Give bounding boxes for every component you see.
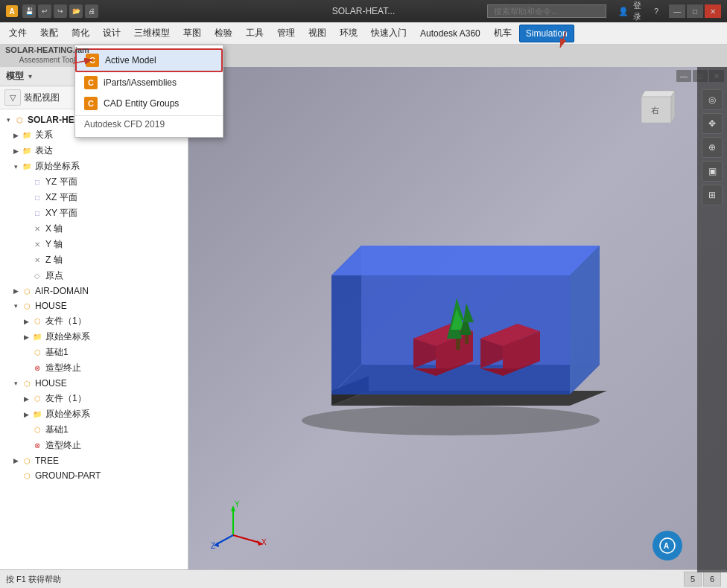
undo-icon[interactable]: ↩ — [38, 4, 51, 18]
tree-item-house1[interactable]: ▾ ⬡ HOUSE — [0, 298, 188, 313]
tree-item-yaxis[interactable]: ✕ Y 轴 — [0, 237, 188, 252]
cad-entity-item[interactable]: C CAD Entity Groups — [75, 93, 223, 114]
nav-cube[interactable]: 右 — [630, 82, 682, 134]
iparts-icon: C — [84, 76, 98, 89]
tree-item-zaxis[interactable]: ✕ Z 轴 — [0, 252, 188, 268]
tree-item-shapeend2[interactable]: ⊗ 造型终止 — [0, 438, 188, 453]
tree-label-shapeend1: 造型终止 — [45, 362, 81, 374]
tree-label-yz: YZ 平面 — [45, 176, 77, 188]
tree-toggle-root[interactable]: ▾ — [3, 116, 13, 124]
tree-label-zaxis: Z 轴 — [45, 254, 63, 266]
menu-tools[interactable]: 工具 — [240, 24, 270, 42]
menu-quickstart[interactable]: 快速入门 — [365, 24, 413, 42]
open-icon[interactable]: 📂 — [69, 4, 83, 18]
tree-label-air: AIR-DOMAIN — [35, 286, 89, 296]
menu-vehicle[interactable]: 机车 — [488, 24, 518, 42]
tree-toggle-tree[interactable]: ▶ — [10, 457, 21, 464]
tree-item-shapeend1[interactable]: ⊗ 造型终止 — [0, 360, 188, 376]
zoom-button[interactable]: ⊕ — [702, 137, 723, 158]
tree-toggle-house2[interactable]: ▾ — [10, 380, 21, 387]
panel-dropdown-arrow[interactable]: ▾ — [28, 72, 32, 80]
tree-item-house2[interactable]: ▾ ⬡ HOUSE — [0, 376, 188, 391]
cfd-label: Autodesk CFD 2019 — [75, 118, 223, 134]
a360-button[interactable]: A — [653, 531, 682, 560]
tree-toggle-origin3[interactable]: ▶ — [21, 411, 31, 418]
maximize-button[interactable]: □ — [687, 4, 703, 18]
status-help-text: 按 F1 获得帮助 — [6, 574, 61, 585]
tree-item-base1[interactable]: ⬡ 基础1 — [0, 345, 188, 360]
iparts-item[interactable]: C iParts/iAssemblies — [75, 72, 223, 93]
tree-item-base2[interactable]: ⬡ 基础1 — [0, 422, 188, 438]
dropdown-separator — [75, 115, 223, 116]
tree-item-xaxis[interactable]: ✕ X 轴 — [0, 221, 188, 237]
tree-item-express[interactable]: ▶ 📁 表达 — [0, 143, 188, 159]
tree-toggle-origin2[interactable]: ▶ — [21, 333, 31, 341]
active-model-item[interactable]: C Active Model — [75, 48, 223, 72]
tree-toggle-relations[interactable]: ▶ — [10, 132, 21, 139]
close-button[interactable]: ✕ — [705, 4, 721, 18]
tree-toggle-express[interactable]: ▶ — [10, 147, 21, 155]
orbit-button[interactable]: ◎ — [702, 89, 723, 110]
tree-toggle-air[interactable]: ▶ — [10, 287, 21, 295]
tree-item-xy[interactable]: □ XY 平面 — [0, 205, 188, 221]
svg-text:Z: Z — [211, 542, 215, 550]
redo-icon[interactable]: ↪ — [54, 4, 67, 18]
menu-simulation[interactable]: Simulation — [519, 25, 574, 42]
svg-point-7 — [302, 406, 600, 435]
3d-viewport[interactable]: — □ ✕ 右 ◎ ✥ ⊕ — [188, 67, 727, 572]
tree-item-origin3[interactable]: ▶ 📁 原始坐标系 — [0, 406, 188, 422]
tree-icon-zaxis: ✕ — [31, 255, 43, 266]
filter-button[interactable]: ▽ — [4, 89, 21, 106]
tree-icon-origin3: 📁 — [31, 409, 43, 421]
tree-label-origin: 原始坐标系 — [35, 160, 80, 173]
zoom-fit-button[interactable]: ▣ — [702, 161, 723, 182]
view-button[interactable]: ⊞ — [702, 185, 723, 205]
tree-toggle-parts1[interactable]: ▶ — [21, 318, 31, 325]
tree-toggle-origin[interactable]: ▾ — [10, 163, 21, 170]
tree-label-parts1: 友件（1） — [45, 315, 86, 327]
menu-env[interactable]: 环境 — [334, 24, 364, 42]
tree-icon-yaxis: ✕ — [31, 239, 43, 251]
help-icon[interactable]: ? — [650, 4, 663, 18]
menu-design[interactable]: 设计 — [97, 24, 127, 42]
menu-manage[interactable]: 管理 — [271, 24, 301, 42]
tree-item-xz[interactable]: □ XZ 平面 — [0, 190, 188, 205]
tree-item-air-domain[interactable]: ▶ ⬡ AIR-DOMAIN — [0, 284, 188, 298]
menu-file[interactable]: 文件 — [3, 24, 33, 42]
menu-a360[interactable]: Autodesk A360 — [414, 25, 486, 42]
tree-item-origin2[interactable]: ▶ 📁 原始坐标系 — [0, 329, 188, 345]
tree-item-parts1[interactable]: ▶ ⬡ 友件（1） — [0, 313, 188, 329]
tree-item-tree[interactable]: ▶ ⬡ TREE — [0, 453, 188, 468]
pan-button[interactable]: ✥ — [702, 113, 723, 134]
tree-label-shapeend2: 造型终止 — [45, 439, 81, 452]
menu-assembly[interactable]: 装配 — [34, 24, 64, 42]
menu-sketch[interactable]: 草图 — [177, 24, 207, 42]
tree-icon-originpt: ◇ — [31, 270, 43, 282]
main-area: 模型 ▾ ✕ ? ▽ 装配视图 ⚲ ▾ ⬡ SOLAR-HEATING.iam — [0, 67, 727, 588]
tree-item-parts2[interactable]: ▶ ⬡ 友件（1） — [0, 391, 188, 406]
tree-icon-house1: ⬡ — [21, 300, 33, 312]
scene-container — [211, 89, 690, 543]
tree-item-yz[interactable]: □ YZ 平面 — [0, 174, 188, 190]
tree-item-originpt[interactable]: ◇ 原点 — [0, 268, 188, 284]
tree-item-ground[interactable]: ⬡ GROUND-PART — [0, 468, 188, 483]
tree-item-origin[interactable]: ▾ 📁 原始坐标系 — [0, 159, 188, 174]
svg-marker-10 — [331, 365, 600, 394]
tree-icon-yz: □ — [31, 176, 43, 188]
svg-text:X: X — [261, 538, 267, 546]
panel-title: 模型 — [6, 70, 24, 83]
viewport-minimize-button[interactable]: — — [676, 70, 691, 82]
search-input[interactable] — [487, 4, 606, 18]
tree-toggle-house1[interactable]: ▾ — [10, 302, 21, 310]
print-icon[interactable]: 🖨 — [85, 4, 98, 18]
menu-view[interactable]: 视图 — [302, 24, 332, 42]
status-bar: 按 F1 获得帮助 5 6 — [0, 569, 727, 588]
minimize-button[interactable]: — — [669, 4, 685, 18]
tree-toggle-parts2[interactable]: ▶ — [21, 395, 31, 403]
menu-3dmodel[interactable]: 三维模型 — [128, 24, 176, 42]
save-icon[interactable]: 💾 — [22, 4, 36, 18]
menu-inspect[interactable]: 检验 — [209, 24, 238, 42]
login-label[interactable]: 登录 — [633, 4, 647, 18]
menu-simplify[interactable]: 简化 — [66, 24, 95, 42]
user-icon[interactable]: 👤 — [617, 4, 630, 18]
